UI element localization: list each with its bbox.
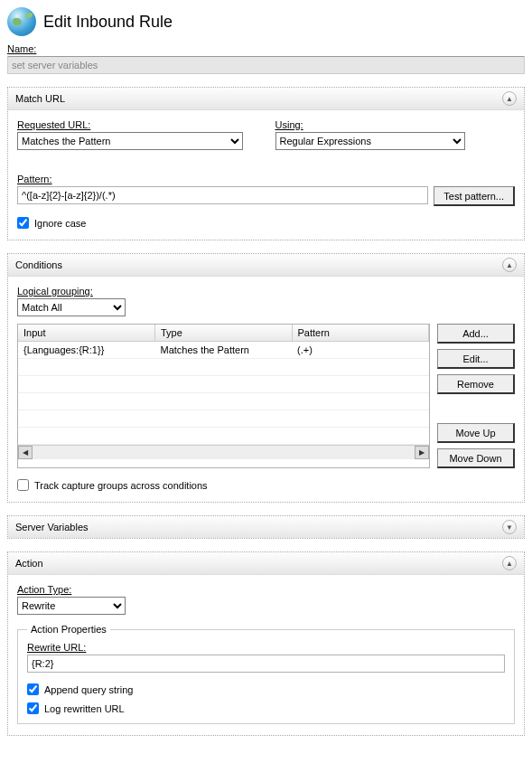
logical-grouping-label: Logical grouping: <box>17 286 93 297</box>
requested-url-label: Requested URL: <box>17 119 90 130</box>
expand-server-variables-icon[interactable]: ▼ <box>502 520 517 534</box>
table-row: . <box>18 376 429 393</box>
server-variables-title: Server Variables <box>15 522 89 532</box>
page-title: Edit Inbound Rule <box>43 13 173 32</box>
action-type-select[interactable]: Rewrite <box>17 597 126 615</box>
action-title: Action <box>15 558 43 569</box>
server-variables-panel: Server Variables ▼ <box>7 515 525 539</box>
edit-button[interactable]: Edit... <box>437 349 515 369</box>
rewrite-url-input[interactable] <box>27 655 505 673</box>
globe-icon <box>7 7 36 36</box>
name-label: Name: <box>7 43 36 54</box>
ignore-case-checkbox[interactable] <box>17 217 29 229</box>
add-button[interactable]: Add... <box>437 324 515 344</box>
collapse-conditions-icon[interactable]: ▲ <box>502 258 517 272</box>
track-groups-checkbox[interactable] <box>17 479 29 491</box>
table-row: . <box>18 410 429 428</box>
col-pattern[interactable]: Pattern <box>292 325 429 342</box>
track-groups-label: Track capture groups across conditions <box>34 480 208 491</box>
remove-button[interactable]: Remove <box>437 374 515 394</box>
conditions-title: Conditions <box>15 259 62 270</box>
scroll-left-icon[interactable]: ◀ <box>18 446 33 459</box>
move-down-button[interactable]: Move Down <box>437 448 515 468</box>
conditions-panel: Conditions ▲ Logical grouping: Match All… <box>7 253 525 503</box>
action-properties-group: Action Properties Rewrite URL: Append qu… <box>17 624 515 724</box>
logical-grouping-select[interactable]: Match All <box>17 298 126 316</box>
pattern-input[interactable] <box>17 186 428 204</box>
log-rewritten-label: Log rewritten URL <box>44 703 125 714</box>
table-row: . <box>18 393 429 410</box>
match-url-panel: Match URL ▲ Requested URL: Matches the P… <box>7 87 525 240</box>
col-type[interactable]: Type <box>155 325 293 342</box>
requested-url-select[interactable]: Matches the Pattern <box>17 132 243 150</box>
table-hscroll[interactable]: ◀ ▶ <box>18 445 429 459</box>
action-panel: Action ▲ Action Type: Rewrite Action Pro… <box>7 551 525 736</box>
col-input[interactable]: Input <box>18 325 155 342</box>
log-rewritten-checkbox[interactable] <box>27 702 39 714</box>
pattern-label: Pattern: <box>17 174 52 184</box>
collapse-action-icon[interactable]: ▲ <box>502 556 517 570</box>
test-pattern-button[interactable]: Test pattern... <box>434 186 515 206</box>
table-row: . <box>18 428 429 445</box>
append-qs-checkbox[interactable] <box>27 683 39 695</box>
match-url-title: Match URL <box>15 93 65 104</box>
action-type-label: Action Type: <box>17 584 71 595</box>
using-label: Using: <box>275 119 303 130</box>
table-row[interactable]: {Languages:{R:1}} Matches the Pattern (.… <box>18 342 429 359</box>
using-select[interactable]: Regular Expressions <box>275 132 465 150</box>
collapse-match-url-icon[interactable]: ▲ <box>502 91 517 106</box>
name-input[interactable]: set server variables <box>7 56 525 74</box>
move-up-button[interactable]: Move Up <box>437 423 515 443</box>
append-qs-label: Append query string <box>44 684 133 695</box>
conditions-table[interactable]: Input Type Pattern {Languages:{R:1}} Mat… <box>17 324 430 468</box>
rewrite-url-label: Rewrite URL: <box>27 642 86 653</box>
ignore-case-label: Ignore case <box>34 218 86 229</box>
table-row: . <box>18 359 429 376</box>
action-properties-legend: Action Properties <box>27 624 110 635</box>
scroll-right-icon[interactable]: ▶ <box>415 446 429 459</box>
